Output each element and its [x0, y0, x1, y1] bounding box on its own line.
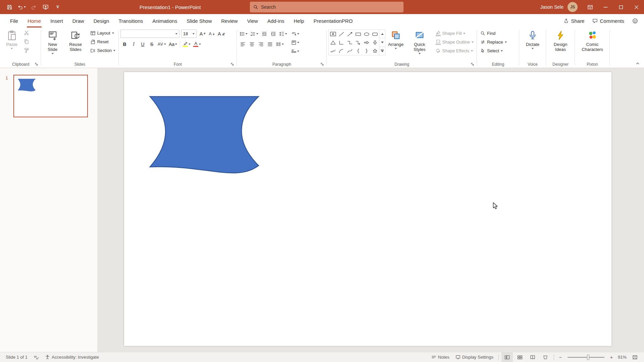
zoom-level[interactable]: 91%	[616, 352, 628, 362]
convert-to-smartart-button[interactable]	[290, 47, 300, 55]
italic-button[interactable]: I	[129, 40, 138, 48]
zoom-slider-thumb[interactable]	[587, 355, 589, 360]
notes-button[interactable]: Notes	[429, 352, 452, 362]
shape-fill-button[interactable]: Shape Fill	[434, 29, 475, 38]
paragraph-dialog-launcher[interactable]	[320, 62, 325, 67]
tab-insert[interactable]: Insert	[46, 14, 68, 27]
maximize-button[interactable]	[613, 0, 629, 14]
shape-rectangle-icon[interactable]	[354, 30, 362, 38]
strikethrough-button[interactable]: S	[148, 40, 156, 48]
shape-rounded-rectangle-icon[interactable]	[371, 30, 379, 38]
section-button[interactable]: Section	[89, 46, 117, 55]
slide-1-thumbnail[interactable]	[13, 75, 88, 117]
reset-button[interactable]: Reset	[89, 38, 117, 46]
shape-effects-button[interactable]: Shape Effects	[434, 47, 475, 55]
clear-formatting-button[interactable]: A	[217, 29, 226, 38]
ribbon-display-options-button[interactable]	[582, 0, 598, 14]
shape-right-brace-icon[interactable]	[362, 47, 371, 55]
shape-line-arrow-icon[interactable]	[345, 30, 354, 38]
close-button[interactable]	[629, 0, 644, 14]
drawing-dialog-launcher[interactable]	[470, 62, 475, 67]
tab-add-ins[interactable]: Add-ins	[263, 14, 289, 27]
arrange-button[interactable]: Arrange	[386, 28, 405, 59]
font-name-combobox[interactable]	[120, 29, 179, 38]
slide-editing-surface[interactable]	[124, 72, 611, 346]
tab-transitions[interactable]: Transitions	[114, 14, 148, 27]
zoom-slider[interactable]	[568, 357, 604, 358]
shape-outline-button[interactable]: Shape Outline	[434, 38, 475, 46]
columns-button[interactable]	[275, 40, 285, 48]
shape-elbow-arrow-connector-icon[interactable]	[354, 38, 362, 47]
tab-design[interactable]: Design	[89, 14, 114, 27]
bullets-button[interactable]	[238, 29, 249, 38]
bold-button[interactable]: B	[120, 40, 129, 48]
select-button[interactable]: Select	[479, 47, 508, 55]
font-size-combobox[interactable]: 18	[181, 29, 197, 38]
text-direction-button[interactable]	[290, 29, 300, 38]
layout-button[interactable]: Layout	[89, 29, 117, 37]
line-spacing-button[interactable]	[278, 29, 288, 38]
shape-elbow-connector-icon[interactable]	[345, 38, 354, 47]
shapes-scroll-down-button[interactable]	[379, 38, 385, 47]
normal-view-button[interactable]	[501, 352, 513, 362]
character-spacing-button[interactable]: AV	[157, 40, 167, 48]
share-button[interactable]: Share	[559, 14, 588, 27]
tab-file[interactable]: File	[5, 14, 23, 27]
shape-block-arrow-right-icon[interactable]	[362, 38, 371, 47]
shapes-more-button[interactable]	[379, 47, 385, 55]
spell-check-button[interactable]	[31, 352, 41, 362]
clipboard-dialog-launcher[interactable]	[34, 62, 39, 67]
feedback-smiley-button[interactable]	[628, 14, 639, 27]
tab-presentationpro[interactable]: PresentationPRO	[309, 14, 358, 27]
design-ideas-button[interactable]: Design Ideas	[548, 28, 573, 59]
shape-right-angle-icon[interactable]	[337, 38, 345, 47]
justify-button[interactable]	[266, 40, 274, 48]
slide-show-view-button[interactable]	[540, 352, 551, 362]
collapse-ribbon-button[interactable]	[634, 60, 641, 66]
reuse-slides-button[interactable]: Reuse Slides	[64, 28, 88, 59]
shape-text-box-icon[interactable]	[329, 30, 337, 38]
tab-view[interactable]: View	[243, 14, 263, 27]
dictate-button[interactable]: Dictate	[523, 28, 542, 59]
tab-slide-show[interactable]: Slide Show	[182, 14, 216, 27]
tab-draw[interactable]: Draw	[68, 14, 89, 27]
align-right-button[interactable]	[257, 40, 265, 48]
shape-block-arrow-down-icon[interactable]	[371, 38, 379, 47]
zoom-out-button[interactable]: −	[557, 354, 564, 360]
tab-help[interactable]: Help	[289, 14, 309, 27]
display-settings-button[interactable]: Display Settings	[453, 352, 496, 362]
slide-canvas[interactable]	[97, 68, 644, 352]
tab-review[interactable]: Review	[216, 14, 242, 27]
increase-font-size-button[interactable]: A	[199, 29, 207, 38]
align-text-button[interactable]	[290, 38, 300, 47]
fit-slide-to-window-button[interactable]	[629, 352, 641, 362]
slide-indicator[interactable]: Slide 1 of 1	[3, 352, 30, 362]
new-slide-button[interactable]: New Slide	[43, 28, 63, 59]
shape-scribble-icon[interactable]	[329, 47, 337, 55]
freeform-shape[interactable]	[149, 96, 260, 183]
avatar[interactable]: JS	[568, 2, 578, 12]
font-dialog-launcher[interactable]	[230, 62, 235, 67]
customize-quick-access-toolbar-button[interactable]	[52, 2, 63, 12]
increase-indent-button[interactable]	[269, 29, 277, 38]
save-button[interactable]	[4, 2, 15, 12]
minimize-button[interactable]	[598, 0, 613, 14]
search-input[interactable]	[261, 4, 400, 10]
paste-button[interactable]: Paste	[2, 28, 21, 59]
decrease-indent-button[interactable]	[260, 29, 268, 38]
tab-home[interactable]: Home	[23, 14, 46, 27]
comments-button[interactable]: Comments	[588, 14, 628, 27]
font-color-button[interactable]: A	[192, 40, 202, 48]
text-highlight-color-button[interactable]	[182, 40, 192, 48]
decrease-font-size-button[interactable]: A	[208, 29, 216, 38]
replace-button[interactable]: Replace	[479, 38, 508, 46]
quick-styles-button[interactable]: Quick Styles	[406, 28, 433, 59]
find-button[interactable]: Find	[479, 29, 508, 38]
shape-left-brace-icon[interactable]	[354, 47, 362, 55]
cut-button[interactable]	[22, 28, 31, 37]
search-box[interactable]	[250, 2, 404, 12]
underline-button[interactable]: U	[139, 40, 147, 48]
zoom-in-button[interactable]: +	[608, 354, 615, 360]
align-center-button[interactable]	[248, 40, 256, 48]
undo-button[interactable]	[16, 2, 27, 12]
